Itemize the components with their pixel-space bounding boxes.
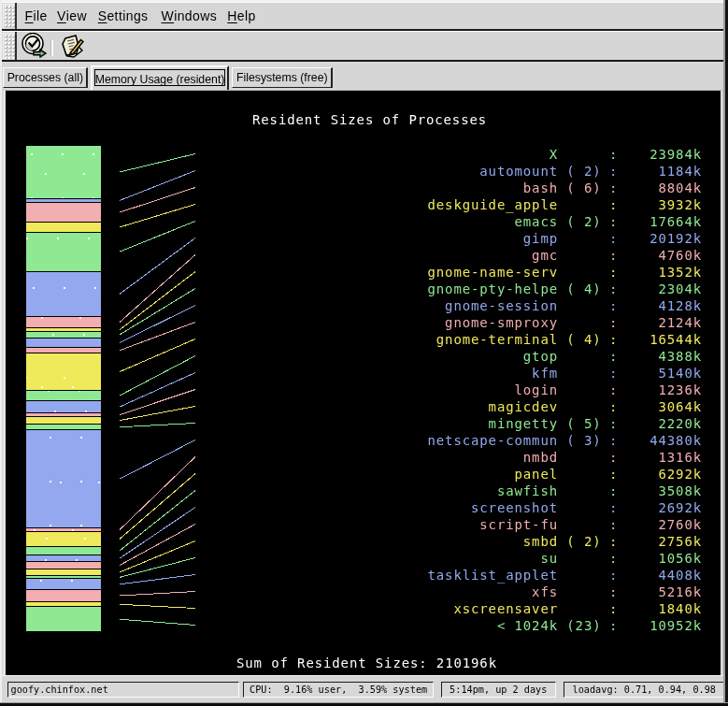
- process-name: script-fu: [479, 516, 558, 533]
- process-row-screenshot: screenshot:2692k: [6, 499, 721, 516]
- menu-label-mnemonic: H: [227, 8, 237, 23]
- process-size: 6292k: [659, 466, 703, 483]
- process-name: automount: [479, 163, 558, 180]
- row-colon: :: [609, 314, 618, 331]
- process-name: bash: [523, 180, 558, 196]
- process-row-automount: automount ( 2):1184k: [6, 163, 721, 180]
- menu-label-mnemonic: S: [98, 8, 107, 23]
- tab-label: Processes (all): [7, 71, 83, 84]
- row-colon: :: [609, 196, 618, 213]
- toolbar-grip-handle[interactable]: [3, 33, 15, 59]
- row-colon: :: [609, 449, 618, 466]
- menu-label-mnemonic: F: [25, 8, 34, 23]
- tab-filesystems-free[interactable]: Filesystems (free): [232, 67, 333, 88]
- menu-bar: FileViewSettingsWindowsHelp: [2, 2, 723, 31]
- process-count: ( 3): [558, 432, 602, 449]
- process-size: 10952k: [649, 617, 702, 634]
- process-row-kfm: kfm:5140k: [6, 365, 721, 382]
- menu-label: ettings: [107, 8, 148, 23]
- process-name: magicdev: [489, 398, 558, 415]
- row-colon: :: [609, 567, 618, 584]
- process-size: 2756k: [659, 533, 703, 550]
- status-box-0: goofy.chinfox.net: [7, 682, 239, 698]
- process-name: mingetty: [489, 415, 558, 432]
- row-colon: :: [609, 617, 618, 634]
- tab-label: Filesystems (free): [236, 71, 328, 84]
- menubar-grip-shadow: [15, 3, 17, 29]
- process-size: 1056k: [659, 550, 703, 567]
- process-name: X: [550, 146, 558, 163]
- tab-processes-all[interactable]: Processes (all): [3, 67, 88, 88]
- process-count: ( 4): [558, 331, 602, 348]
- process-name: sawfish: [497, 483, 558, 499]
- process-name: login: [515, 382, 559, 398]
- row-colon: :: [609, 466, 618, 483]
- row-colon: :: [609, 600, 618, 617]
- row-colon: :: [609, 415, 618, 432]
- process-size: 23984k: [649, 146, 702, 163]
- process-row-netscape-commun: netscape-commun ( 3):44380k: [6, 432, 721, 449]
- process-name: netscape-commun: [428, 432, 558, 449]
- menu-windows[interactable]: Windows: [162, 3, 218, 29]
- process-size: 3064k: [659, 398, 703, 415]
- row-colon: :: [609, 365, 618, 382]
- row-colon: :: [609, 281, 618, 297]
- process-size: 1840k: [659, 600, 703, 617]
- process-row-script-fu: script-fu:2760k: [6, 516, 721, 533]
- process-row-smbd: smbd ( 2):2756k: [6, 533, 721, 550]
- tab-memory-usage-resident[interactable]: Memory Usage (resident): [91, 65, 230, 91]
- process-name: gmc: [532, 247, 558, 264]
- process-name: gtop: [523, 348, 558, 365]
- process-row-gtop: gtop:4388k: [6, 348, 721, 365]
- status-text: CPU: 9.16% user, 3.59% system: [250, 684, 427, 695]
- process-row-emacs: emacs ( 2):17664k: [6, 213, 721, 230]
- process-row-login: login:1236k: [6, 382, 721, 398]
- process-row-xfs: xfs:5216k: [6, 584, 721, 600]
- row-colon: :: [609, 550, 618, 567]
- toolbar-grip-shadow: [15, 32, 17, 60]
- process-count: ( 5): [558, 415, 602, 432]
- row-colon: :: [609, 348, 618, 365]
- process-name: emacs: [515, 213, 559, 230]
- row-colon: :: [609, 499, 618, 516]
- process-count: ( 2): [558, 533, 602, 550]
- memory-usage-chart: Resident Sizes of Processes X:23984kauto…: [6, 91, 721, 675]
- toolbar-separator: [50, 40, 53, 56]
- process-size: 4128k: [659, 297, 703, 314]
- menu-settings[interactable]: Settings: [98, 3, 149, 29]
- process-row-mingetty: mingetty ( 5):2220k: [6, 415, 721, 432]
- process-row-gimp: gimp:20192k: [6, 230, 721, 247]
- process-name: gnome-smproxy: [445, 314, 558, 331]
- process-size: 3508k: [659, 483, 703, 499]
- window-edge-left: [0, 0, 2, 706]
- status-box-1: CPU: 9.16% user, 3.59% system: [243, 682, 434, 698]
- process-name: panel: [515, 466, 559, 483]
- status-box-2: 5:14pm, up 2 days: [441, 682, 557, 698]
- toolbar: [2, 31, 723, 62]
- process-size: 20192k: [649, 230, 702, 247]
- edit-properties-button[interactable]: [58, 35, 86, 60]
- row-colon: :: [609, 146, 618, 163]
- menu-label-mnemonic: V: [57, 8, 66, 23]
- process-row-panel: panel:6292k: [6, 466, 721, 483]
- row-colon: :: [609, 247, 618, 264]
- process-name: tasklist_applet: [428, 567, 558, 584]
- menu-view[interactable]: View: [57, 3, 87, 29]
- menubar-grip-handle[interactable]: [3, 4, 15, 28]
- process-row-gnome-name-serv: gnome-name-serv:1352k: [6, 264, 721, 281]
- process-row-gnome-terminal: gnome-terminal ( 4):16544k: [6, 331, 721, 348]
- process-name: kfm: [532, 365, 558, 382]
- row-colon: :: [609, 163, 618, 180]
- menu-file[interactable]: File: [25, 3, 48, 29]
- process-name: gimp: [523, 230, 558, 247]
- menu-label: ile: [34, 8, 48, 23]
- process-row-gnome-smproxy: gnome-smproxy:2124k: [6, 314, 721, 331]
- process-name: xscreensaver: [453, 600, 558, 617]
- run-timer-button[interactable]: [20, 35, 48, 60]
- row-colon: :: [609, 382, 618, 398]
- menu-help[interactable]: Help: [227, 3, 255, 29]
- process-size: 1236k: [659, 382, 703, 398]
- process-name: screenshot: [471, 499, 558, 516]
- process-size: 5140k: [659, 365, 703, 382]
- menu-label: indows: [174, 8, 217, 23]
